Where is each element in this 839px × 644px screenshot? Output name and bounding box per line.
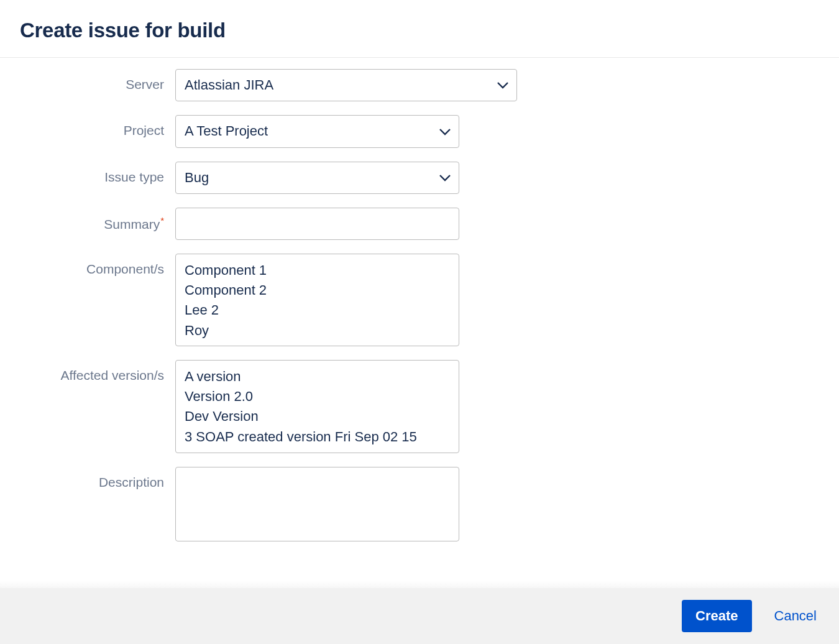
server-select[interactable]: Atlassian JIRA xyxy=(175,69,517,101)
server-label: Server xyxy=(0,69,175,92)
list-item[interactable]: A version xyxy=(185,367,450,387)
components-label: Component/s xyxy=(0,254,175,277)
components-listbox[interactable]: Component 1 Component 2 Lee 2 Roy xyxy=(175,254,459,346)
create-issue-form: Server Atlassian JIRA Project A Test Pro… xyxy=(0,58,839,541)
affected-versions-label: Affected version/s xyxy=(0,360,175,383)
components-row: Component/s Component 1 Component 2 Lee … xyxy=(0,254,839,346)
list-item[interactable]: Dev Version xyxy=(185,407,450,426)
cancel-button[interactable]: Cancel xyxy=(774,608,817,624)
issue-type-label: Issue type xyxy=(0,162,175,185)
summary-label: Summary* xyxy=(0,208,175,232)
list-item[interactable]: Component 2 xyxy=(185,280,450,300)
issue-type-row: Issue type Bug xyxy=(0,162,839,194)
description-row: Description xyxy=(0,467,839,541)
description-textarea[interactable] xyxy=(175,467,459,541)
dialog-header: Create issue for build xyxy=(0,0,839,57)
issue-type-select-value: Bug xyxy=(185,170,209,185)
project-select[interactable]: A Test Project xyxy=(175,115,459,147)
create-button[interactable]: Create xyxy=(682,600,751,632)
issue-type-select[interactable]: Bug xyxy=(175,162,459,194)
list-item[interactable]: Lee 2 xyxy=(185,300,450,320)
summary-label-text: Summary xyxy=(104,217,160,231)
content-fade xyxy=(0,581,839,588)
list-item[interactable]: Component 1 xyxy=(185,260,450,280)
server-select-value: Atlassian JIRA xyxy=(185,77,273,93)
list-item[interactable]: Version 2.0 xyxy=(185,387,450,407)
description-label: Description xyxy=(0,467,175,490)
summary-input[interactable] xyxy=(175,208,459,240)
dialog-footer: Create Cancel xyxy=(0,588,839,644)
dialog-title: Create issue for build xyxy=(20,19,839,42)
list-item[interactable]: 3 SOAP created version Fri Sep 02 15 xyxy=(185,427,450,447)
project-label: Project xyxy=(0,115,175,138)
affected-versions-row: Affected version/s A version Version 2.0… xyxy=(0,360,839,453)
required-asterisk-icon: * xyxy=(160,215,164,226)
project-row: Project A Test Project xyxy=(0,115,839,147)
server-row: Server Atlassian JIRA xyxy=(0,69,839,101)
summary-row: Summary* xyxy=(0,208,839,240)
affected-versions-listbox[interactable]: A version Version 2.0 Dev Version 3 SOAP… xyxy=(175,360,459,453)
list-item[interactable]: Roy xyxy=(185,321,450,341)
project-select-value: A Test Project xyxy=(185,123,268,139)
